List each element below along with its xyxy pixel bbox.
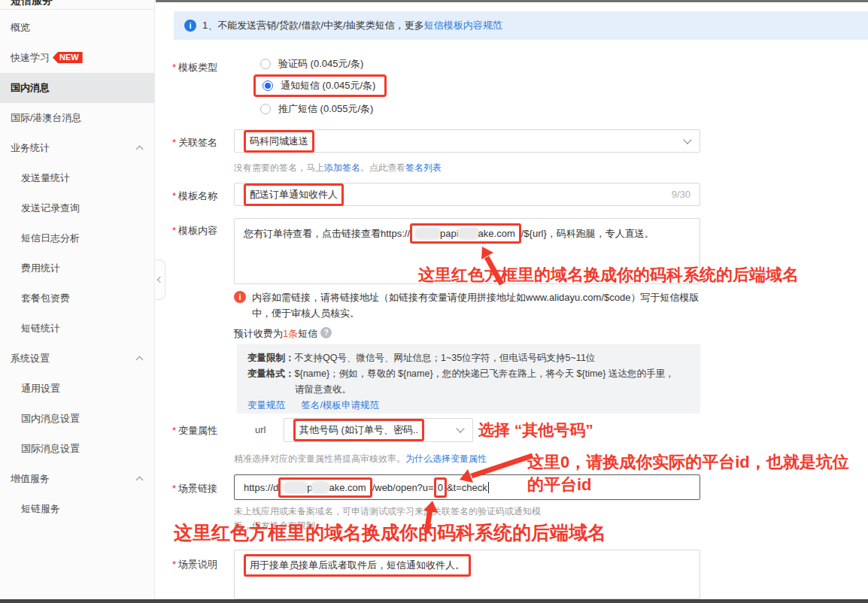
radio-option-notification-sms[interactable]: 通知短信 (0.045元/条)	[260, 74, 387, 97]
sidebar-item-package-pricing[interactable]: 套餐包资费	[0, 283, 154, 314]
variable-spec-link[interactable]: 变量规范	[247, 400, 285, 411]
annotation-select-hint: 选择 “其他号码”	[478, 420, 593, 441]
fee-estimate: 预计收费为1条短信?	[234, 326, 708, 341]
new-badge: NEW	[53, 52, 83, 63]
radio-option-verification-code[interactable]: 验证码 (0.045元/条)	[260, 53, 363, 75]
template-name-label: *模板名称	[172, 189, 217, 203]
variable-attr-label: *变量属性	[172, 424, 217, 438]
annotation-platform-id-line2: 的平台id	[527, 474, 592, 496]
sidebar-item-send-record-query[interactable]: 发送记录查询	[0, 193, 154, 223]
window-top-edge	[156, 0, 868, 2]
sidebar-item-overview[interactable]: 概览	[0, 13, 154, 43]
sidebar-partial-top-item[interactable]: 短信服务	[0, 0, 154, 10]
sidebar-item-shortlink-stats[interactable]: 短链统计	[0, 314, 154, 344]
blurred-text	[459, 229, 478, 238]
chevron-up-icon	[136, 146, 144, 153]
annotation-platform-id-line1: 这里0，请换成你实际的平台id，也就是坑位	[527, 451, 849, 474]
sidebar-item-sms-log-analysis[interactable]: 短信日志分析	[0, 223, 154, 253]
sidebar-group-value-added-services[interactable]: 增值服务	[0, 464, 154, 494]
annotation-red-box: 码科同城速送	[244, 130, 314, 153]
variable-attr-helper: 精准选择对应的变量属性将提高审核效率。为什么选择变量属性	[234, 453, 487, 465]
annotation-red-box: 用于接单员接单后或者取件后，短信通知收件人。	[244, 554, 471, 577]
sidebar-item-intl-messages[interactable]: 国际/港澳台消息	[0, 103, 154, 133]
annotation-red-box: 配送订单通知收件人	[244, 183, 344, 206]
info-icon: i	[184, 20, 196, 32]
radio-unselected-icon[interactable]	[260, 59, 271, 69]
sidebar-menu: 概览 快速学习NEW 国内消息 国际/港澳台消息 业务统计 发送量统计 发送记录…	[0, 10, 154, 524]
sidebar: 短信服务 概览 快速学习NEW 国内消息 国际/港澳台消息 业务统计 发送量统计…	[0, 0, 155, 599]
blurred-text	[416, 229, 440, 238]
add-signature-link[interactable]: 添加签名	[324, 162, 360, 173]
scene-desc-label: *场景说明	[172, 558, 217, 571]
signature-select[interactable]: 码科同城速送	[234, 129, 700, 153]
sidebar-collapse-handle[interactable]	[155, 259, 165, 300]
sidebar-item-general-settings[interactable]: 通用设置	[0, 374, 154, 404]
signature-label: *关联签名	[172, 136, 217, 150]
sidebar-item-shortlink-service[interactable]: 短链服务	[0, 494, 154, 524]
chevron-down-icon	[683, 135, 691, 144]
signature-list-link[interactable]: 签名列表	[405, 162, 442, 173]
blurred-text	[312, 483, 329, 492]
sms-template-rules-link[interactable]: 短信模板内容规范	[424, 19, 502, 32]
variable-tips-panel: 变量限制：不支持QQ号、微信号、网址信息；1~35位字符，但电话号码支持5~11…	[237, 344, 700, 414]
radio-option-promo-sms[interactable]: 推广短信 (0.055元/条)	[260, 98, 373, 120]
scene-link-label: *场景链接	[172, 482, 217, 495]
scene-link-helper-line1: 未上线应用或未备案域名，可申请测试或学习来源关联签名的验证码或通知模	[234, 505, 541, 518]
sidebar-item-cost-stats[interactable]: 费用统计	[0, 253, 154, 283]
blurred-text	[284, 483, 307, 492]
annotation-red-box: 通知短信 (0.045元/条)	[253, 74, 387, 97]
sidebar-item-domestic-messages[interactable]: 国内消息	[0, 73, 154, 103]
annotation-arrow-left	[454, 451, 536, 487]
template-name-input[interactable]: 配送订单通知收件人 9/30	[234, 183, 700, 206]
variable-limit-line: 变量限制：不支持QQ号、微信号、网址信息；1~35位字符，但电话号码支持5~11…	[247, 350, 690, 366]
template-content-label: *模板内容	[172, 224, 217, 238]
char-counter: 9/30	[672, 189, 690, 200]
sidebar-group-system-settings[interactable]: 系统设置	[0, 344, 154, 374]
chevron-up-icon	[136, 477, 144, 484]
help-icon[interactable]: ?	[320, 327, 332, 338]
sidebar-item-intl-msg-settings[interactable]: 国际消息设置	[0, 434, 154, 464]
variable-attr-select[interactable]: 其他号码 (如订单号、密码..	[284, 418, 473, 442]
annotation-red-box-platform-id: 0	[434, 477, 447, 498]
variable-format-line: 变量格式：${name}；例如，尊敬的 ${name}，您的快递已飞奔在路上，将…	[247, 366, 690, 382]
radio-selected-icon[interactable]	[263, 80, 273, 91]
annotation-content-domain: 这里红色方框里的域名换成你的码科系统的后端域名	[418, 264, 799, 286]
annotation-red-box-domain: papiake.com	[410, 223, 521, 244]
annotation-red-box: 其他号码 (如订单号、密码..	[293, 419, 424, 441]
warning-icon: i	[234, 291, 246, 303]
variable-name: url	[255, 424, 266, 435]
sidebar-item-domestic-msg-settings[interactable]: 国内消息设置	[0, 404, 154, 434]
window-bottom-edge	[0, 599, 868, 603]
chevron-down-icon	[456, 424, 464, 432]
notice-text: 1、不能发送营销/贷款/借款/中奖/抽奖类短信，更多	[202, 19, 424, 32]
chevron-up-icon	[136, 356, 144, 364]
sidebar-item-quick-learn[interactable]: 快速学习NEW	[0, 43, 154, 73]
annotation-red-box-domain: pake.com	[278, 477, 372, 498]
main-content: i 1、不能发送营销/贷款/借款/中奖/抽奖类短信，更多短信模板内容规范 *模板…	[156, 0, 868, 603]
sidebar-group-business-stats[interactable]: 业务统计	[0, 133, 154, 163]
template-type-label: *模板类型	[172, 61, 217, 74]
signature-template-spec-link[interactable]: 签名/模板申请规范	[301, 400, 378, 411]
chevron-left-icon	[157, 277, 163, 283]
variable-format-line2: 请留意查收。	[247, 382, 690, 398]
annotation-link-domain: 这里红色方框里的域名换成你的码科系统的后端域名	[174, 520, 606, 545]
radio-unselected-icon[interactable]	[260, 104, 271, 114]
sidebar-item-send-volume-stats[interactable]: 发送量统计	[0, 163, 154, 193]
signature-helper: 没有需要的签名，马上添加签名。点此查看签名列表	[234, 162, 442, 174]
link-usage-note: i内容如需链接，请将链接地址（如链接有变量请使用拼接地址如www.alidayu…	[234, 289, 708, 321]
top-notice-bar: i 1、不能发送营销/贷款/借款/中奖/抽奖类短信，更多短信模板内容规范	[174, 11, 868, 40]
fee-count: 1条	[283, 326, 298, 341]
scene-desc-textarea[interactable]: 用于接单员接单后或者取件后，短信通知收件人。	[234, 550, 700, 599]
